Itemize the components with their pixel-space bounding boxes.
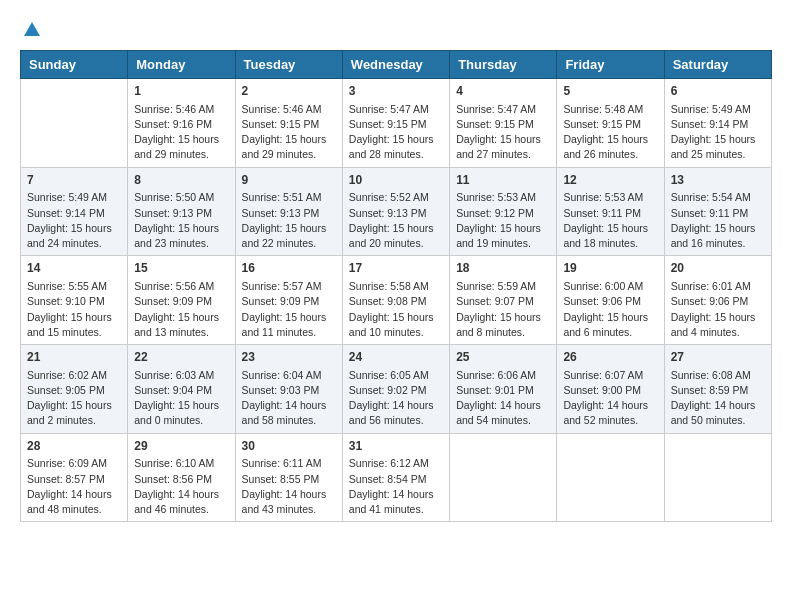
calendar-cell: 2Sunrise: 5:46 AM Sunset: 9:15 PM Daylig… bbox=[235, 79, 342, 168]
calendar-cell: 14Sunrise: 5:55 AM Sunset: 9:10 PM Dayli… bbox=[21, 256, 128, 345]
company-logo bbox=[20, 20, 42, 40]
day-number: 22 bbox=[134, 349, 228, 366]
day-info: Sunrise: 6:07 AM Sunset: 9:00 PM Dayligh… bbox=[563, 368, 657, 429]
calendar-cell: 3Sunrise: 5:47 AM Sunset: 9:15 PM Daylig… bbox=[342, 79, 449, 168]
calendar-cell: 12Sunrise: 5:53 AM Sunset: 9:11 PM Dayli… bbox=[557, 167, 664, 256]
calendar-cell: 23Sunrise: 6:04 AM Sunset: 9:03 PM Dayli… bbox=[235, 345, 342, 434]
day-number: 21 bbox=[27, 349, 121, 366]
calendar-week-row: 21Sunrise: 6:02 AM Sunset: 9:05 PM Dayli… bbox=[21, 345, 772, 434]
calendar-cell: 21Sunrise: 6:02 AM Sunset: 9:05 PM Dayli… bbox=[21, 345, 128, 434]
calendar-cell: 18Sunrise: 5:59 AM Sunset: 9:07 PM Dayli… bbox=[450, 256, 557, 345]
day-info: Sunrise: 6:00 AM Sunset: 9:06 PM Dayligh… bbox=[563, 279, 657, 340]
day-number: 7 bbox=[27, 172, 121, 189]
day-info: Sunrise: 5:55 AM Sunset: 9:10 PM Dayligh… bbox=[27, 279, 121, 340]
day-number: 17 bbox=[349, 260, 443, 277]
calendar-week-row: 7Sunrise: 5:49 AM Sunset: 9:14 PM Daylig… bbox=[21, 167, 772, 256]
page-header bbox=[20, 20, 772, 40]
column-header-wednesday: Wednesday bbox=[342, 51, 449, 79]
calendar-table: SundayMondayTuesdayWednesdayThursdayFrid… bbox=[20, 50, 772, 522]
calendar-cell: 19Sunrise: 6:00 AM Sunset: 9:06 PM Dayli… bbox=[557, 256, 664, 345]
day-info: Sunrise: 5:59 AM Sunset: 9:07 PM Dayligh… bbox=[456, 279, 550, 340]
calendar-cell: 28Sunrise: 6:09 AM Sunset: 8:57 PM Dayli… bbox=[21, 433, 128, 522]
day-number: 2 bbox=[242, 83, 336, 100]
calendar-header-row: SundayMondayTuesdayWednesdayThursdayFrid… bbox=[21, 51, 772, 79]
calendar-cell bbox=[450, 433, 557, 522]
day-info: Sunrise: 5:51 AM Sunset: 9:13 PM Dayligh… bbox=[242, 190, 336, 251]
day-info: Sunrise: 5:47 AM Sunset: 9:15 PM Dayligh… bbox=[456, 102, 550, 163]
calendar-cell: 8Sunrise: 5:50 AM Sunset: 9:13 PM Daylig… bbox=[128, 167, 235, 256]
day-info: Sunrise: 6:06 AM Sunset: 9:01 PM Dayligh… bbox=[456, 368, 550, 429]
day-number: 14 bbox=[27, 260, 121, 277]
day-number: 5 bbox=[563, 83, 657, 100]
column-header-tuesday: Tuesday bbox=[235, 51, 342, 79]
day-info: Sunrise: 6:05 AM Sunset: 9:02 PM Dayligh… bbox=[349, 368, 443, 429]
day-number: 30 bbox=[242, 438, 336, 455]
calendar-cell: 20Sunrise: 6:01 AM Sunset: 9:06 PM Dayli… bbox=[664, 256, 771, 345]
calendar-cell: 4Sunrise: 5:47 AM Sunset: 9:15 PM Daylig… bbox=[450, 79, 557, 168]
day-info: Sunrise: 5:50 AM Sunset: 9:13 PM Dayligh… bbox=[134, 190, 228, 251]
column-header-saturday: Saturday bbox=[664, 51, 771, 79]
day-info: Sunrise: 6:12 AM Sunset: 8:54 PM Dayligh… bbox=[349, 456, 443, 517]
day-info: Sunrise: 5:48 AM Sunset: 9:15 PM Dayligh… bbox=[563, 102, 657, 163]
day-info: Sunrise: 5:54 AM Sunset: 9:11 PM Dayligh… bbox=[671, 190, 765, 251]
calendar-week-row: 1Sunrise: 5:46 AM Sunset: 9:16 PM Daylig… bbox=[21, 79, 772, 168]
column-header-monday: Monday bbox=[128, 51, 235, 79]
calendar-week-row: 28Sunrise: 6:09 AM Sunset: 8:57 PM Dayli… bbox=[21, 433, 772, 522]
day-number: 15 bbox=[134, 260, 228, 277]
calendar-cell: 1Sunrise: 5:46 AM Sunset: 9:16 PM Daylig… bbox=[128, 79, 235, 168]
day-number: 28 bbox=[27, 438, 121, 455]
day-info: Sunrise: 6:11 AM Sunset: 8:55 PM Dayligh… bbox=[242, 456, 336, 517]
day-number: 10 bbox=[349, 172, 443, 189]
day-info: Sunrise: 5:53 AM Sunset: 9:12 PM Dayligh… bbox=[456, 190, 550, 251]
day-number: 25 bbox=[456, 349, 550, 366]
day-info: Sunrise: 6:08 AM Sunset: 8:59 PM Dayligh… bbox=[671, 368, 765, 429]
day-info: Sunrise: 5:56 AM Sunset: 9:09 PM Dayligh… bbox=[134, 279, 228, 340]
day-number: 18 bbox=[456, 260, 550, 277]
calendar-cell: 6Sunrise: 5:49 AM Sunset: 9:14 PM Daylig… bbox=[664, 79, 771, 168]
day-info: Sunrise: 6:10 AM Sunset: 8:56 PM Dayligh… bbox=[134, 456, 228, 517]
calendar-cell: 30Sunrise: 6:11 AM Sunset: 8:55 PM Dayli… bbox=[235, 433, 342, 522]
day-number: 6 bbox=[671, 83, 765, 100]
day-number: 24 bbox=[349, 349, 443, 366]
calendar-cell bbox=[557, 433, 664, 522]
day-info: Sunrise: 6:03 AM Sunset: 9:04 PM Dayligh… bbox=[134, 368, 228, 429]
calendar-cell: 7Sunrise: 5:49 AM Sunset: 9:14 PM Daylig… bbox=[21, 167, 128, 256]
day-number: 11 bbox=[456, 172, 550, 189]
calendar-cell: 29Sunrise: 6:10 AM Sunset: 8:56 PM Dayli… bbox=[128, 433, 235, 522]
calendar-cell bbox=[664, 433, 771, 522]
calendar-cell: 10Sunrise: 5:52 AM Sunset: 9:13 PM Dayli… bbox=[342, 167, 449, 256]
day-info: Sunrise: 5:53 AM Sunset: 9:11 PM Dayligh… bbox=[563, 190, 657, 251]
logo-triangle-icon bbox=[22, 20, 42, 40]
calendar-cell: 13Sunrise: 5:54 AM Sunset: 9:11 PM Dayli… bbox=[664, 167, 771, 256]
day-number: 31 bbox=[349, 438, 443, 455]
calendar-cell: 11Sunrise: 5:53 AM Sunset: 9:12 PM Dayli… bbox=[450, 167, 557, 256]
calendar-week-row: 14Sunrise: 5:55 AM Sunset: 9:10 PM Dayli… bbox=[21, 256, 772, 345]
day-number: 3 bbox=[349, 83, 443, 100]
calendar-cell: 27Sunrise: 6:08 AM Sunset: 8:59 PM Dayli… bbox=[664, 345, 771, 434]
calendar-cell: 17Sunrise: 5:58 AM Sunset: 9:08 PM Dayli… bbox=[342, 256, 449, 345]
day-info: Sunrise: 6:09 AM Sunset: 8:57 PM Dayligh… bbox=[27, 456, 121, 517]
calendar-cell bbox=[21, 79, 128, 168]
day-number: 1 bbox=[134, 83, 228, 100]
column-header-friday: Friday bbox=[557, 51, 664, 79]
column-header-thursday: Thursday bbox=[450, 51, 557, 79]
day-number: 20 bbox=[671, 260, 765, 277]
calendar-cell: 15Sunrise: 5:56 AM Sunset: 9:09 PM Dayli… bbox=[128, 256, 235, 345]
day-number: 13 bbox=[671, 172, 765, 189]
day-info: Sunrise: 5:46 AM Sunset: 9:15 PM Dayligh… bbox=[242, 102, 336, 163]
day-info: Sunrise: 5:47 AM Sunset: 9:15 PM Dayligh… bbox=[349, 102, 443, 163]
day-info: Sunrise: 6:01 AM Sunset: 9:06 PM Dayligh… bbox=[671, 279, 765, 340]
day-info: Sunrise: 5:52 AM Sunset: 9:13 PM Dayligh… bbox=[349, 190, 443, 251]
calendar-cell: 31Sunrise: 6:12 AM Sunset: 8:54 PM Dayli… bbox=[342, 433, 449, 522]
calendar-cell: 26Sunrise: 6:07 AM Sunset: 9:00 PM Dayli… bbox=[557, 345, 664, 434]
calendar-cell: 24Sunrise: 6:05 AM Sunset: 9:02 PM Dayli… bbox=[342, 345, 449, 434]
calendar-cell: 5Sunrise: 5:48 AM Sunset: 9:15 PM Daylig… bbox=[557, 79, 664, 168]
day-info: Sunrise: 5:46 AM Sunset: 9:16 PM Dayligh… bbox=[134, 102, 228, 163]
day-info: Sunrise: 5:57 AM Sunset: 9:09 PM Dayligh… bbox=[242, 279, 336, 340]
svg-marker-0 bbox=[24, 22, 40, 36]
day-number: 4 bbox=[456, 83, 550, 100]
day-info: Sunrise: 5:49 AM Sunset: 9:14 PM Dayligh… bbox=[27, 190, 121, 251]
day-number: 8 bbox=[134, 172, 228, 189]
day-number: 26 bbox=[563, 349, 657, 366]
day-info: Sunrise: 6:04 AM Sunset: 9:03 PM Dayligh… bbox=[242, 368, 336, 429]
